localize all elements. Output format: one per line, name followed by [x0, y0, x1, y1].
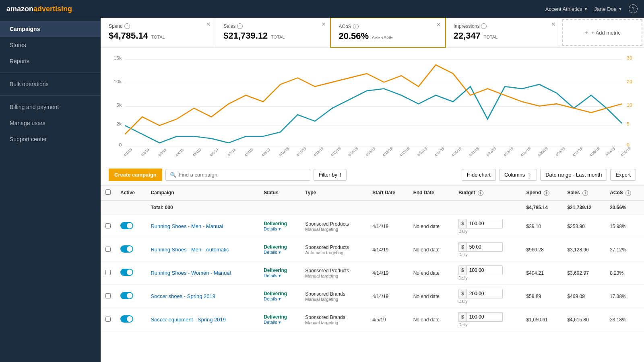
sidebar-item-reports[interactable]: Reports [0, 53, 101, 69]
campaign-link[interactable]: Running Shoes - Men - Automatic [151, 247, 229, 253]
row-checkbox[interactable] [105, 247, 111, 252]
svg-text:4/14/19: 4/14/19 [347, 146, 359, 157]
svg-text:5k: 5k [116, 102, 122, 107]
row-checkbox[interactable] [105, 293, 111, 298]
sidebar-item-bulk[interactable]: Bulk operations [0, 76, 101, 92]
budget-input-wrapper: $ [458, 312, 503, 322]
budget-period: Daily [458, 299, 517, 304]
details-link[interactable]: Details ▾ [264, 320, 295, 325]
budget-input-wrapper: $ [458, 289, 503, 298]
user-menu[interactable]: Jane Doe ▼ [594, 6, 622, 12]
budget-info-icon[interactable]: i [478, 190, 483, 196]
metric-spend-title: Spend i [109, 23, 207, 29]
search-box: 🔍 [165, 169, 310, 181]
svg-text:4/8/19: 4/8/19 [244, 148, 254, 157]
help-icon-label: ? [632, 6, 635, 12]
filter-by-button[interactable]: Filter by ⁞ [314, 169, 347, 181]
export-button[interactable]: Export [610, 169, 636, 181]
sidebar-item-stores[interactable]: Stores [0, 37, 101, 53]
campaign-link[interactable]: Running Shoes - Men - Manual [151, 223, 223, 229]
start-date: 4/5/19 [367, 308, 408, 331]
svg-text:10k: 10k [114, 79, 122, 84]
spend-col-info-icon[interactable]: i [544, 190, 549, 196]
row-checkbox[interactable] [105, 270, 111, 275]
select-all-checkbox[interactable] [105, 189, 111, 195]
sidebar: Campaigns Stores Reports Bulk operations… [0, 18, 101, 362]
toolbar: Create campaign 🔍 Filter by ⁞ Hide chart… [101, 165, 644, 185]
hide-chart-button[interactable]: Hide chart [462, 169, 496, 181]
details-link[interactable]: Details ▾ [264, 226, 295, 232]
logo: amazonadvertising [6, 5, 72, 13]
spend-close-icon[interactable]: ✕ [206, 21, 211, 27]
campaign-link[interactable]: Running Shoes - Women - Manual [151, 270, 231, 276]
campaign-link[interactable]: Soccer shoes - Spring 2019 [151, 293, 215, 299]
metric-impressions-value: 22,347 TOTAL [454, 31, 552, 41]
table-row: Running Shoes - Women - Manual Deliverin… [101, 261, 644, 285]
help-button[interactable]: ? [629, 4, 638, 13]
account-switcher[interactable]: Accent Athletics ▼ [545, 6, 588, 12]
row-checkbox[interactable] [105, 317, 111, 322]
metric-acos-value: 20.56% AVERAGE [339, 31, 437, 41]
filter-label: Filter by [319, 172, 337, 178]
start-date: 4/14/19 [367, 215, 408, 238]
details-link[interactable]: Details ▾ [264, 273, 295, 278]
create-campaign-button[interactable]: Create campaign [109, 169, 162, 181]
svg-text:4/29/19: 4/29/19 [604, 146, 616, 157]
acos-col-info-icon[interactable]: i [625, 190, 631, 196]
sidebar-item-users[interactable]: Manage users [0, 115, 101, 131]
table-row: Soccer shoes - Spring 2019 Delivering De… [101, 285, 644, 308]
impressions-info-icon[interactable]: i [481, 23, 487, 29]
sidebar-item-billing[interactable]: Billing and payment [0, 99, 101, 115]
budget-input-wrapper: $ [458, 219, 503, 228]
user-name: Jane Doe [594, 6, 617, 12]
svg-text:4/26/19: 4/26/19 [554, 146, 566, 157]
svg-text:4/20/19: 4/20/19 [451, 146, 462, 157]
sidebar-item-support[interactable]: Support center [0, 131, 101, 147]
budget-prefix: $ [459, 266, 467, 275]
columns-button[interactable]: Columns ⋮ [499, 169, 537, 181]
acos-close-icon[interactable]: ✕ [436, 21, 441, 28]
total-spend: $4,785.14 [522, 200, 563, 215]
svg-text:4/2/19: 4/2/19 [140, 148, 151, 157]
add-metric-label: + Add metric [591, 30, 621, 36]
details-link[interactable]: Details ▾ [264, 296, 295, 302]
details-link[interactable]: Details ▾ [264, 250, 295, 255]
budget-input[interactable] [467, 313, 495, 321]
start-date: 4/14/19 [367, 285, 408, 308]
th-start-date: Start Date [367, 185, 408, 200]
end-date: No end date [409, 238, 454, 261]
budget-input[interactable] [467, 243, 495, 251]
add-metric-button[interactable]: ＋ + Add metric [562, 19, 642, 46]
acos-info-icon[interactable]: i [353, 24, 359, 29]
campaign-toggle[interactable] [120, 292, 133, 299]
svg-text:10: 10 [627, 102, 632, 107]
budget-input[interactable] [467, 266, 495, 275]
campaign-toggle[interactable] [120, 269, 133, 276]
budget-input[interactable] [467, 219, 495, 228]
end-date: No end date [409, 215, 454, 238]
sidebar-item-campaigns[interactable]: Campaigns [0, 21, 101, 37]
impressions-close-icon[interactable]: ✕ [551, 21, 556, 27]
date-range-button[interactable]: Date range - Last month [540, 169, 607, 181]
svg-text:4/18/19: 4/18/19 [416, 146, 428, 157]
campaign-link[interactable]: Soccer equipment - Spring 2019 [151, 317, 225, 323]
campaign-toggle[interactable] [120, 222, 133, 229]
budget-input[interactable] [467, 289, 495, 298]
svg-text:4/13/19: 4/13/19 [330, 146, 341, 157]
spend-info-icon[interactable]: i [124, 23, 130, 29]
search-input[interactable] [179, 172, 306, 178]
svg-text:4/25/19: 4/25/19 [537, 146, 549, 157]
sales-col-info-icon[interactable]: i [582, 190, 588, 196]
budget-prefix: $ [459, 243, 467, 251]
table-row: Running Shoes - Men - Automatic Deliveri… [101, 238, 644, 261]
sales-close-icon[interactable]: ✕ [321, 21, 326, 27]
start-date: 4/14/19 [367, 238, 408, 261]
toolbar-right: Hide chart Columns ⋮ Date range - Last m… [462, 169, 636, 181]
spend-value: $960.28 [522, 238, 563, 261]
campaign-toggle[interactable] [120, 315, 133, 323]
th-budget: Budget i [454, 185, 522, 200]
campaign-toggle[interactable] [120, 245, 133, 253]
svg-text:4/23/19: 4/23/19 [502, 146, 514, 157]
row-checkbox[interactable] [105, 223, 111, 228]
sales-info-icon[interactable]: i [237, 23, 243, 29]
